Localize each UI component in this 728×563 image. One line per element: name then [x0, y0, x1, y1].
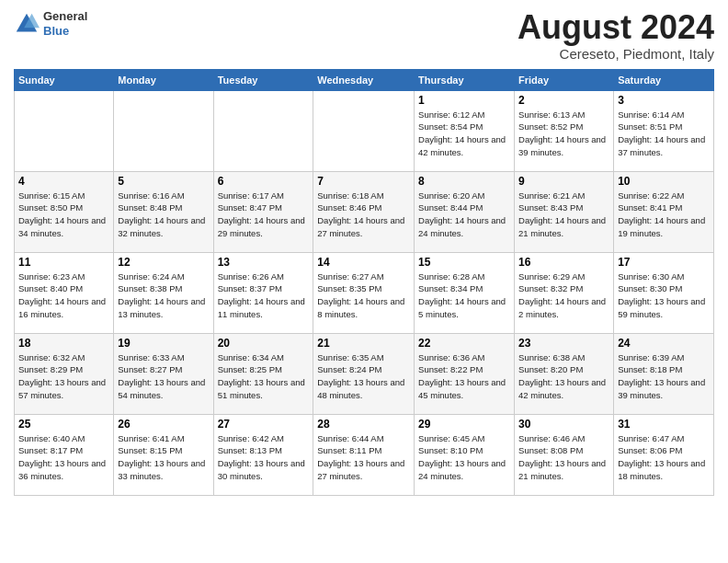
day-info: Sunrise: 6:38 AM Sunset: 8:20 PM Dayligh… — [518, 351, 609, 402]
calendar-cell: 3Sunrise: 6:14 AM Sunset: 8:51 PM Daylig… — [614, 90, 714, 171]
calendar-cell: 22Sunrise: 6:36 AM Sunset: 8:22 PM Dayli… — [415, 333, 515, 414]
day-number: 13 — [218, 256, 310, 269]
calendar-cell: 21Sunrise: 6:35 AM Sunset: 8:24 PM Dayli… — [313, 333, 415, 414]
day-info: Sunrise: 6:45 AM Sunset: 8:10 PM Dayligh… — [418, 432, 510, 483]
calendar-cell: 27Sunrise: 6:42 AM Sunset: 8:13 PM Dayli… — [213, 414, 313, 495]
day-number: 5 — [118, 175, 209, 188]
day-number: 25 — [18, 418, 109, 431]
day-number: 12 — [118, 256, 209, 269]
day-number: 9 — [518, 175, 609, 188]
day-info: Sunrise: 6:32 AM Sunset: 8:29 PM Dayligh… — [18, 351, 109, 402]
day-info: Sunrise: 6:22 AM Sunset: 8:41 PM Dayligh… — [618, 190, 710, 240]
day-number: 18 — [18, 337, 109, 350]
calendar-cell: 18Sunrise: 6:32 AM Sunset: 8:29 PM Dayli… — [15, 333, 114, 414]
day-info: Sunrise: 6:20 AM Sunset: 8:44 PM Dayligh… — [418, 190, 510, 240]
calendar-body: 1Sunrise: 6:12 AM Sunset: 8:54 PM Daylig… — [15, 90, 714, 495]
day-number: 10 — [618, 175, 710, 188]
day-info: Sunrise: 6:28 AM Sunset: 8:34 PM Dayligh… — [418, 270, 510, 321]
header-row: Sunday Monday Tuesday Wednesday Thursday… — [15, 69, 714, 90]
logo-text: General Blue — [43, 9, 87, 38]
calendar-week-1: 1Sunrise: 6:12 AM Sunset: 8:54 PM Daylig… — [15, 90, 714, 171]
calendar-cell: 29Sunrise: 6:45 AM Sunset: 8:10 PM Dayli… — [415, 414, 515, 495]
day-number: 14 — [317, 256, 410, 269]
calendar-cell: 8Sunrise: 6:20 AM Sunset: 8:44 PM Daylig… — [415, 171, 515, 252]
page: General Blue August 2024 Cereseto, Piedm… — [0, 0, 728, 563]
col-saturday: Saturday — [614, 69, 714, 90]
day-info: Sunrise: 6:42 AM Sunset: 8:13 PM Dayligh… — [218, 432, 310, 483]
logo: General Blue — [14, 9, 87, 38]
calendar-cell — [114, 90, 213, 171]
col-sunday: Sunday — [15, 69, 114, 90]
location: Cereseto, Piedmont, Italy — [518, 46, 714, 62]
calendar-cell: 9Sunrise: 6:21 AM Sunset: 8:43 PM Daylig… — [515, 171, 614, 252]
calendar-cell: 19Sunrise: 6:33 AM Sunset: 8:27 PM Dayli… — [114, 333, 213, 414]
day-info: Sunrise: 6:13 AM Sunset: 8:52 PM Dayligh… — [518, 109, 609, 159]
calendar-cell: 2Sunrise: 6:13 AM Sunset: 8:52 PM Daylig… — [515, 90, 614, 171]
day-info: Sunrise: 6:41 AM Sunset: 8:15 PM Dayligh… — [118, 432, 209, 483]
col-friday: Friday — [515, 69, 614, 90]
day-info: Sunrise: 6:23 AM Sunset: 8:40 PM Dayligh… — [18, 270, 109, 321]
calendar-cell: 12Sunrise: 6:24 AM Sunset: 8:38 PM Dayli… — [114, 252, 213, 333]
day-number: 28 — [317, 418, 410, 431]
calendar-cell: 17Sunrise: 6:30 AM Sunset: 8:30 PM Dayli… — [614, 252, 714, 333]
calendar-week-4: 18Sunrise: 6:32 AM Sunset: 8:29 PM Dayli… — [15, 333, 714, 414]
calendar-cell: 28Sunrise: 6:44 AM Sunset: 8:11 PM Dayli… — [313, 414, 415, 495]
day-info: Sunrise: 6:15 AM Sunset: 8:50 PM Dayligh… — [18, 190, 109, 240]
day-info: Sunrise: 6:36 AM Sunset: 8:22 PM Dayligh… — [418, 351, 510, 402]
day-number: 22 — [418, 337, 510, 350]
day-info: Sunrise: 6:14 AM Sunset: 8:51 PM Dayligh… — [618, 109, 710, 159]
calendar-cell — [213, 90, 313, 171]
day-info: Sunrise: 6:33 AM Sunset: 8:27 PM Dayligh… — [118, 351, 209, 402]
calendar-cell — [313, 90, 415, 171]
calendar-cell: 7Sunrise: 6:18 AM Sunset: 8:46 PM Daylig… — [313, 171, 415, 252]
logo-blue: Blue — [43, 24, 87, 39]
day-number: 3 — [618, 94, 710, 107]
calendar-cell: 11Sunrise: 6:23 AM Sunset: 8:40 PM Dayli… — [15, 252, 114, 333]
calendar-cell: 13Sunrise: 6:26 AM Sunset: 8:37 PM Dayli… — [213, 252, 313, 333]
col-monday: Monday — [114, 69, 213, 90]
calendar-cell: 25Sunrise: 6:40 AM Sunset: 8:17 PM Dayli… — [15, 414, 114, 495]
day-number: 15 — [418, 256, 510, 269]
month-title: August 2024 — [518, 9, 714, 46]
day-info: Sunrise: 6:12 AM Sunset: 8:54 PM Dayligh… — [418, 109, 510, 159]
calendar-week-2: 4Sunrise: 6:15 AM Sunset: 8:50 PM Daylig… — [15, 171, 714, 252]
calendar-header: Sunday Monday Tuesday Wednesday Thursday… — [15, 69, 714, 90]
day-number: 7 — [317, 175, 410, 188]
day-info: Sunrise: 6:44 AM Sunset: 8:11 PM Dayligh… — [317, 432, 410, 483]
day-number: 21 — [317, 337, 410, 350]
day-number: 2 — [518, 94, 609, 107]
day-info: Sunrise: 6:24 AM Sunset: 8:38 PM Dayligh… — [118, 270, 209, 321]
day-number: 23 — [518, 337, 609, 350]
col-wednesday: Wednesday — [313, 69, 415, 90]
day-info: Sunrise: 6:27 AM Sunset: 8:35 PM Dayligh… — [317, 270, 410, 321]
col-thursday: Thursday — [415, 69, 515, 90]
calendar-cell: 10Sunrise: 6:22 AM Sunset: 8:41 PM Dayli… — [614, 171, 714, 252]
calendar-cell — [15, 90, 114, 171]
calendar-cell: 1Sunrise: 6:12 AM Sunset: 8:54 PM Daylig… — [415, 90, 515, 171]
calendar: Sunday Monday Tuesday Wednesday Thursday… — [14, 69, 714, 496]
calendar-cell: 31Sunrise: 6:47 AM Sunset: 8:06 PM Dayli… — [614, 414, 714, 495]
day-info: Sunrise: 6:35 AM Sunset: 8:24 PM Dayligh… — [317, 351, 410, 402]
day-number: 24 — [618, 337, 710, 350]
header: General Blue August 2024 Cereseto, Piedm… — [14, 9, 714, 62]
calendar-cell: 26Sunrise: 6:41 AM Sunset: 8:15 PM Dayli… — [114, 414, 213, 495]
day-number: 16 — [518, 256, 609, 269]
day-number: 1 — [418, 94, 510, 107]
day-info: Sunrise: 6:21 AM Sunset: 8:43 PM Dayligh… — [518, 190, 609, 240]
calendar-cell: 23Sunrise: 6:38 AM Sunset: 8:20 PM Dayli… — [515, 333, 614, 414]
day-info: Sunrise: 6:39 AM Sunset: 8:18 PM Dayligh… — [618, 351, 710, 402]
day-info: Sunrise: 6:18 AM Sunset: 8:46 PM Dayligh… — [317, 190, 410, 240]
calendar-cell: 6Sunrise: 6:17 AM Sunset: 8:47 PM Daylig… — [213, 171, 313, 252]
day-info: Sunrise: 6:34 AM Sunset: 8:25 PM Dayligh… — [218, 351, 310, 402]
calendar-cell: 15Sunrise: 6:28 AM Sunset: 8:34 PM Dayli… — [415, 252, 515, 333]
day-number: 11 — [18, 256, 109, 269]
day-info: Sunrise: 6:29 AM Sunset: 8:32 PM Dayligh… — [518, 270, 609, 321]
calendar-cell: 4Sunrise: 6:15 AM Sunset: 8:50 PM Daylig… — [15, 171, 114, 252]
day-number: 31 — [618, 418, 710, 431]
calendar-cell: 20Sunrise: 6:34 AM Sunset: 8:25 PM Dayli… — [213, 333, 313, 414]
day-number: 6 — [218, 175, 310, 188]
calendar-week-3: 11Sunrise: 6:23 AM Sunset: 8:40 PM Dayli… — [15, 252, 714, 333]
day-number: 29 — [418, 418, 510, 431]
day-info: Sunrise: 6:16 AM Sunset: 8:48 PM Dayligh… — [118, 190, 209, 240]
day-number: 4 — [18, 175, 109, 188]
